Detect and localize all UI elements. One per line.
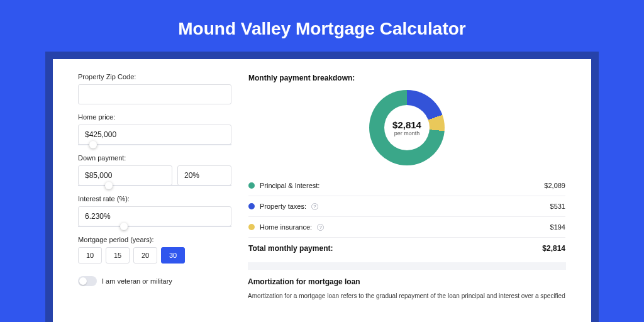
period-option-30[interactable]: 30 <box>161 247 185 264</box>
down-payment-label: Down payment: <box>78 154 231 162</box>
donut-wrap: $2,814 per month <box>248 86 565 177</box>
donut-center: $2,814 per month <box>384 105 430 150</box>
veteran-label: I am veteran or military <box>102 277 172 285</box>
zip-group: Property Zip Code: <box>78 73 231 104</box>
period-option-15[interactable]: 15 <box>106 247 130 264</box>
breakdown-title: Monthly payment breakdown: <box>248 74 565 82</box>
home-price-input[interactable] <box>78 125 231 145</box>
home-price-slider[interactable] <box>78 144 231 145</box>
divider <box>248 196 565 196</box>
legend-tax-value: $531 <box>550 203 565 210</box>
down-payment-slider-thumb[interactable] <box>105 182 113 189</box>
legend-tax-label: Property taxes: <box>260 203 306 210</box>
donut-value: $2,814 <box>392 119 421 130</box>
interest-group: Interest rate (%): <box>78 195 231 227</box>
home-price-slider-thumb[interactable] <box>89 141 97 148</box>
amortization-heading: Amortization for mortgage loan <box>248 277 566 286</box>
veteran-row: I am veteran or military <box>78 276 231 286</box>
zip-label: Property Zip Code: <box>78 73 231 80</box>
interest-input[interactable] <box>78 206 231 226</box>
period-group: Mortgage period (years): 10 15 20 30 <box>78 236 231 264</box>
home-price-label: Home price: <box>78 113 231 121</box>
legend-pi: Principal & Interest: $2,089 <box>248 177 565 194</box>
divider <box>248 216 565 217</box>
legend-ins: Home insurance: ? $194 <box>248 218 565 236</box>
period-option-20[interactable]: 20 <box>133 247 157 264</box>
donut-sub: per month <box>394 130 420 136</box>
home-price-group: Home price: <box>78 113 231 145</box>
period-options: 10 15 20 30 <box>78 247 231 264</box>
amortization-panel: Amortization for mortgage loan Amortizat… <box>248 262 566 301</box>
calculator-card: Property Zip Code: Home price: Down paym… <box>53 59 591 322</box>
legend-ins-value: $194 <box>550 223 565 231</box>
dot-icon <box>248 203 255 209</box>
veteran-toggle[interactable] <box>78 276 97 286</box>
inputs-column: Property Zip Code: Home price: Down paym… <box>53 59 240 322</box>
info-icon[interactable]: ? <box>311 203 318 210</box>
total-label: Total monthly payment: <box>248 244 333 253</box>
dot-icon <box>248 182 255 189</box>
donut-chart: $2,814 per month <box>369 90 445 165</box>
legend-ins-label: Home insurance: <box>260 223 312 231</box>
down-payment-input[interactable] <box>78 165 172 186</box>
total-row: Total monthly payment: $2,814 <box>248 239 565 262</box>
info-icon[interactable]: ? <box>317 224 324 231</box>
divider <box>248 237 565 238</box>
period-option-10[interactable]: 10 <box>78 247 102 264</box>
veteran-toggle-dot <box>79 277 87 285</box>
period-label: Mortgage period (years): <box>78 236 231 243</box>
total-value: $2,814 <box>542 244 565 253</box>
page-title: Mound Valley Mortgage Calculator <box>0 0 644 52</box>
legend-pi-value: $2,089 <box>544 182 565 189</box>
legend-pi-label: Principal & Interest: <box>260 182 319 189</box>
down-payment-group: Down payment: <box>78 154 231 186</box>
interest-slider-thumb[interactable] <box>120 223 128 230</box>
legend-tax: Property taxes: ? $531 <box>248 197 565 215</box>
interest-slider[interactable] <box>78 226 231 227</box>
breakdown-panel: Monthly payment breakdown: $2,814 per mo… <box>248 73 566 262</box>
results-column: Monthly payment breakdown: $2,814 per mo… <box>240 59 591 322</box>
amortization-body: Amortization for a mortgage loan refers … <box>248 291 566 301</box>
interest-label: Interest rate (%): <box>78 195 231 203</box>
dot-icon <box>248 224 255 230</box>
card-frame: Property Zip Code: Home price: Down paym… <box>45 52 599 322</box>
down-payment-slider[interactable] <box>78 185 231 186</box>
zip-input[interactable] <box>78 84 231 104</box>
down-payment-pct-input[interactable] <box>177 165 231 186</box>
